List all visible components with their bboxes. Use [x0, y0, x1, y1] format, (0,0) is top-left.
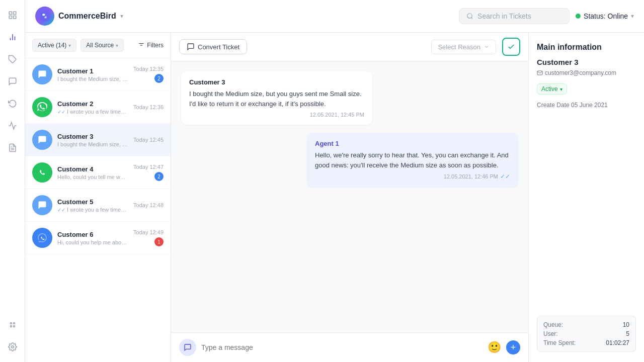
svg-point-12: [10, 326, 12, 327]
sidebar-item-tags[interactable]: [4, 50, 22, 68]
svg-rect-1: [13, 12, 16, 14]
status-chevron-icon: ▾: [560, 86, 562, 92]
app-name: CommerceBird: [58, 12, 116, 21]
ticket-list-filters: Active (14) ▾ All Source ▾ Filters: [25, 33, 171, 58]
ticket-item[interactable]: Customer 6 Hi, could you help me about s…: [25, 222, 171, 254]
svg-point-16: [467, 14, 472, 18]
source-filter-btn[interactable]: All Source ▾: [80, 39, 124, 52]
status-badge: Active ▾: [537, 83, 567, 95]
convert-ticket-button[interactable]: Convert Ticket: [179, 39, 247, 54]
logo-chevron-icon[interactable]: ▾: [120, 13, 123, 20]
add-attachment-button[interactable]: +: [506, 340, 520, 354]
chat-toolbar: Convert Ticket Select Reason: [171, 33, 528, 61]
sidebar-item-history[interactable]: [4, 95, 22, 113]
search-bar[interactable]: Search in Tickets: [459, 8, 570, 24]
messages-container: Customer 3 I bought the Medium size, but…: [171, 61, 528, 332]
ticket-item[interactable]: Customer 5 ✓✓ I wrote you a few times be…: [25, 189, 171, 222]
stats-box: Queue: 10 User: 5 Time Spent: 01:02:27: [537, 316, 636, 352]
svg-rect-2: [9, 16, 12, 19]
search-icon: [466, 13, 473, 20]
message-bubble-agent: Agent 1 Hello, we're really sorry to hea…: [307, 133, 518, 187]
unread-badge: 2: [154, 74, 164, 83]
avatar: [32, 130, 52, 150]
main-information-title: Main information: [537, 43, 636, 52]
right-panel: Main information Customer 3 customer3@co…: [528, 33, 644, 362]
svg-point-15: [39, 11, 50, 22]
sidebar-item-settings[interactable]: [4, 338, 22, 356]
svg-line-17: [471, 18, 473, 19]
sidebar-item-reports[interactable]: [4, 117, 22, 135]
checkmark-icon: [507, 43, 515, 51]
message-read-icon: ✓✓: [500, 173, 510, 180]
ticket-items-list: Customer 1 I bought the Medium size, but…: [25, 58, 171, 362]
body-area: Active (14) ▾ All Source ▾ Filters: [25, 33, 644, 362]
source-filter-chevron-icon: ▾: [116, 43, 118, 48]
ticket-item[interactable]: Customer 1 I bought the Medium size, but…: [25, 58, 171, 91]
avatar: [32, 162, 52, 183]
email-icon: [537, 70, 543, 76]
ticket-item[interactable]: Customer 4 Hello, could you tell me wher…: [25, 156, 171, 189]
customer-email: customer3@company.com: [537, 69, 636, 76]
header: CommerceBird ▾ Search in Tickets Status:…: [25, 0, 644, 33]
message-input[interactable]: [201, 343, 482, 351]
sidebar: [0, 0, 25, 362]
active-filter-btn[interactable]: Active (14) ▾: [32, 39, 76, 52]
sidebar-item-notes[interactable]: [4, 139, 22, 157]
sidebar-item-home[interactable]: [4, 6, 22, 24]
filters-icon: [138, 42, 145, 49]
logo-area: CommerceBird ▾: [35, 7, 123, 26]
avatar: [32, 64, 52, 84]
message-bubble-customer: Customer 3 I bought the Medium size, but…: [181, 71, 372, 125]
svg-point-10: [10, 323, 12, 324]
filters-button[interactable]: Filters: [138, 42, 164, 49]
main-content: CommerceBird ▾ Search in Tickets Status:…: [25, 0, 644, 362]
message-type-icon: [179, 339, 196, 356]
svg-point-11: [13, 323, 15, 324]
select-reason-chevron-icon: [484, 44, 490, 50]
unread-badge: 1: [154, 237, 164, 246]
customer-name: Customer 3: [537, 58, 636, 66]
status-area: Status: Online ▾: [576, 12, 634, 20]
ticket-item[interactable]: Customer 2 ✓✓ I wrote you a few times be…: [25, 91, 171, 124]
status-label: Status: Online: [584, 12, 628, 20]
search-placeholder: Search in Tickets: [477, 12, 531, 20]
message-input-area: 🙂 +: [171, 332, 528, 362]
status-chevron-icon[interactable]: ▾: [631, 13, 634, 20]
ticket-list-panel: Active (14) ▾ All Source ▾ Filters: [25, 33, 171, 362]
sidebar-item-apps[interactable]: [4, 316, 22, 334]
status-online-dot: [576, 14, 581, 19]
ticket-item-active[interactable]: Customer 3 I bought the Medium size, but…: [25, 124, 171, 156]
emoji-button[interactable]: 🙂: [488, 341, 501, 354]
select-reason-dropdown[interactable]: Select Reason: [431, 40, 496, 54]
convert-ticket-icon: [187, 43, 195, 51]
sidebar-item-chat[interactable]: [4, 72, 22, 90]
active-filter-chevron-icon: ▾: [68, 43, 71, 48]
logo-icon: [35, 7, 54, 26]
svg-point-13: [13, 326, 15, 327]
chat-area: Convert Ticket Select Reason Customer 3 …: [171, 33, 528, 362]
sidebar-item-analytics[interactable]: [4, 28, 22, 46]
avatar: [32, 228, 52, 248]
avatar: [32, 195, 52, 215]
unread-badge: 2: [154, 172, 164, 181]
avatar: [32, 97, 52, 117]
svg-rect-3: [13, 16, 16, 19]
confirm-button[interactable]: [502, 38, 520, 56]
svg-rect-0: [9, 12, 12, 14]
svg-point-14: [11, 346, 14, 348]
